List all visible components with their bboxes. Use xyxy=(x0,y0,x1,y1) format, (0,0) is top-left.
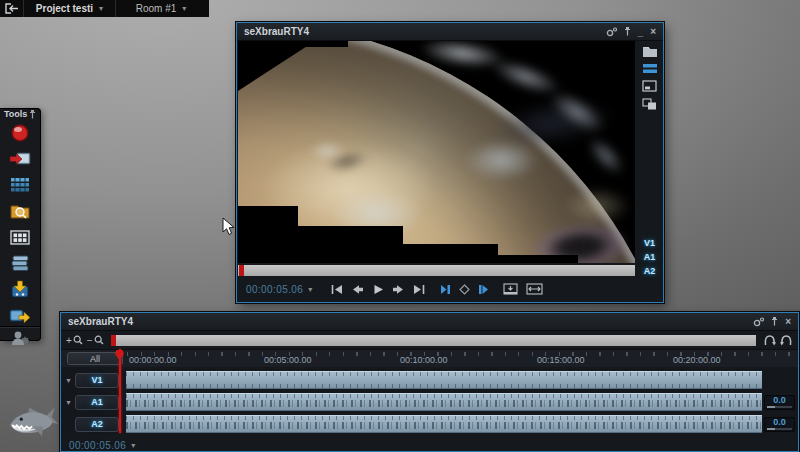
step-forward-button[interactable] xyxy=(392,284,405,295)
export-button[interactable] xyxy=(7,304,33,326)
track-row-a1: ▼ A1 0.0 xyxy=(61,392,798,412)
search-bin-button[interactable] xyxy=(7,200,33,222)
viewer-track-v1[interactable]: V1 xyxy=(644,238,655,248)
timeline-stripes-icon xyxy=(10,177,30,193)
go-to-start-button[interactable] xyxy=(330,284,343,295)
go-to-end-button[interactable] xyxy=(413,284,426,295)
tools-footer xyxy=(0,326,40,349)
track-label: A1 xyxy=(91,397,103,407)
folder-icon[interactable] xyxy=(642,45,658,57)
audio-clip-bar[interactable] xyxy=(126,415,762,433)
tools-title: Tools xyxy=(4,109,27,119)
minus-sign: − xyxy=(87,335,93,346)
viewer-side-panel: V1 A1 A2 xyxy=(636,41,663,302)
timeline-ruler[interactable]: 00:00:00.00 00:05:00.00 00:10:00.00 00:1… xyxy=(127,350,798,367)
step-back-button[interactable] xyxy=(351,284,364,295)
pin-icon[interactable] xyxy=(624,27,631,36)
export-icon xyxy=(9,307,31,324)
viewer-timecode-menu[interactable]: 00:00:05.06 ▾ xyxy=(246,284,312,295)
transport-controls: 00:00:05.06 ▾ xyxy=(237,276,636,302)
replace-button[interactable] xyxy=(526,283,543,295)
timeline-tracks: ▼ V1 ▼ A1 0.0 ▼ A2 0.0 xyxy=(61,367,798,434)
disclosure-triangle-icon[interactable]: ▼ xyxy=(65,377,75,384)
track-header-a1[interactable]: A1 xyxy=(75,395,119,410)
tools-header: Tools xyxy=(0,109,40,119)
close-icon[interactable]: × xyxy=(650,27,656,37)
monitor-icon[interactable] xyxy=(642,80,657,92)
all-tracks-button[interactable]: All xyxy=(67,352,123,365)
users-gear-icon xyxy=(10,330,30,346)
archive-in-button[interactable] xyxy=(7,278,33,300)
track-label: V1 xyxy=(91,375,102,385)
undo-icon[interactable] xyxy=(763,334,776,346)
audio-level-a1[interactable]: 0.0 xyxy=(764,395,795,410)
project-menu[interactable]: Project testi ▾ xyxy=(24,0,116,17)
timeline-title: seXbrauRTY4 xyxy=(68,316,133,327)
viewer-scrub-playhead[interactable] xyxy=(239,265,244,276)
mark-out-button[interactable] xyxy=(478,284,489,295)
timeline-titlebar[interactable]: seXbrauRTY4 × xyxy=(61,313,798,331)
timeline-window: seXbrauRTY4 × + − All 00:00:00.00 xyxy=(60,312,799,452)
ruler-label: 00:00:00.00 xyxy=(129,355,177,365)
timeline-ruler-row: All 00:00:00.00 00:05:00.00 00:10:00.00 … xyxy=(61,349,798,367)
settings-gear-icon[interactable] xyxy=(753,317,764,327)
scrollbar-position-marker[interactable] xyxy=(111,335,116,346)
audio-clip-bar[interactable] xyxy=(126,393,762,411)
ruler-label: 00:05:00.00 xyxy=(264,355,312,365)
chevron-down-icon[interactable]: ▾ xyxy=(131,441,135,450)
pin-icon[interactable] xyxy=(29,110,36,119)
project-label: Project testi xyxy=(36,3,93,14)
viewer-title: seXbrauRTY4 xyxy=(244,26,309,37)
viewer-titlebar[interactable]: seXbrauRTY4 _ × xyxy=(237,23,663,41)
zoom-in-button[interactable]: + xyxy=(66,335,83,346)
viewer-track-a2[interactable]: A2 xyxy=(644,266,656,276)
users-button[interactable] xyxy=(7,327,33,349)
track-label: A2 xyxy=(91,419,103,429)
minimize-icon[interactable]: _ xyxy=(638,27,644,37)
tiles-view-button[interactable] xyxy=(7,226,33,248)
chevron-down-icon: ▾ xyxy=(182,4,186,13)
tiles-icon xyxy=(10,230,30,245)
redo-icon[interactable] xyxy=(780,334,793,346)
timeline-scrollbar[interactable] xyxy=(111,335,756,346)
insert-button[interactable] xyxy=(503,283,518,295)
viewer-timecode: 00:00:05.06 xyxy=(246,284,303,295)
timeline-playhead[interactable] xyxy=(119,349,121,433)
shark-mascot-icon[interactable] xyxy=(6,398,60,444)
track-header-v1[interactable]: V1 xyxy=(75,373,119,388)
disclosure-triangle-icon[interactable]: ▼ xyxy=(65,399,75,406)
search-folder-icon xyxy=(10,202,30,220)
track-row-v1: ▼ V1 xyxy=(61,370,798,390)
import-button[interactable] xyxy=(7,148,33,170)
record-button[interactable] xyxy=(7,122,33,144)
viewer-scrub-bar[interactable] xyxy=(238,265,635,276)
edit-timeline-button[interactable] xyxy=(7,174,33,196)
exit-button[interactable] xyxy=(0,0,24,17)
zoom-out-button[interactable]: − xyxy=(87,335,104,346)
track-header-a2[interactable]: A2 xyxy=(75,417,119,432)
video-monitor[interactable] xyxy=(238,41,635,263)
mark-in-button[interactable] xyxy=(440,284,451,295)
settings-gear-icon[interactable] xyxy=(606,27,617,37)
tools-buttons xyxy=(0,119,40,326)
chevron-down-icon: ▾ xyxy=(308,285,312,294)
room-menu[interactable]: Room #1 ▾ xyxy=(116,0,206,17)
audio-level-a2[interactable]: 0.0 xyxy=(764,417,795,432)
timeline-timecode: 00:00:05.06 xyxy=(69,440,126,451)
import-icon xyxy=(9,150,31,168)
timeline-footer: 00:00:05.06 ▾ xyxy=(61,436,798,452)
mark-point-button[interactable] xyxy=(459,284,470,295)
pin-icon[interactable] xyxy=(771,317,778,326)
copy-icon[interactable] xyxy=(642,98,657,110)
play-button[interactable] xyxy=(372,284,384,295)
ruler-label: 00:10:00.00 xyxy=(400,355,448,365)
close-icon[interactable]: × xyxy=(785,317,791,327)
top-bar: Project testi ▾ Room #1 ▾ xyxy=(0,0,209,17)
media-stack-button[interactable] xyxy=(7,252,33,274)
viewer-track-a1[interactable]: A1 xyxy=(644,252,656,262)
tracks-icon[interactable] xyxy=(642,63,658,74)
tools-palette: Tools xyxy=(0,108,41,341)
level-value: 0.0 xyxy=(773,418,786,427)
video-clip-bar[interactable] xyxy=(126,371,762,389)
ruler-label: 00:20:00.00 xyxy=(673,355,721,365)
